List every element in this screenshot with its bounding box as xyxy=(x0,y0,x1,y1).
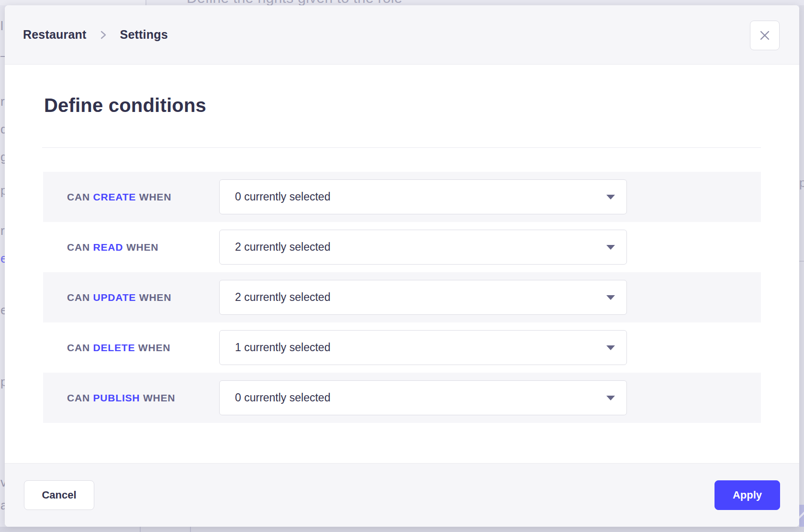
background-top-strip: Define the rights given to the role xyxy=(0,0,804,5)
condition-row-read: CAN READ WHEN 2 currently selected xyxy=(43,222,761,272)
label-suffix: WHEN xyxy=(139,292,171,303)
cancel-button[interactable]: Cancel xyxy=(24,480,94,510)
background-bottom-strip xyxy=(0,527,804,532)
background-text-fragment: ai xyxy=(0,499,5,511)
condition-row-create: CAN CREATE WHEN 0 currently selected xyxy=(43,172,761,222)
background-divider xyxy=(145,0,146,5)
conditions-table: CAN CREATE WHEN 0 currently selected CAN… xyxy=(43,172,761,423)
condition-row-publish: CAN PUBLISH WHEN 0 currently selected xyxy=(43,373,761,423)
caret-down-icon xyxy=(606,195,615,200)
close-icon xyxy=(758,29,771,42)
select-value: 1 currently selected xyxy=(235,341,330,354)
caret-down-icon xyxy=(606,345,615,350)
background-text-fragment: e xyxy=(0,252,5,265)
background-text-fragment: g xyxy=(0,151,5,163)
background-top-left-panel xyxy=(0,0,145,5)
apply-button[interactable]: Apply xyxy=(715,480,780,510)
background-text-fragment: p xyxy=(0,184,5,197)
label-prefix: CAN xyxy=(67,292,90,303)
background-text-fragment: v xyxy=(0,476,5,488)
label-suffix: WHEN xyxy=(138,342,170,353)
read-conditions-select[interactable]: 2 currently selected xyxy=(219,230,627,265)
condition-label: CAN CREATE WHEN xyxy=(43,191,219,203)
select-value: 2 currently selected xyxy=(235,291,330,304)
condition-label: CAN PUBLISH WHEN xyxy=(43,392,219,404)
background-text-fragment: d xyxy=(0,123,5,135)
background-divider xyxy=(140,527,141,532)
define-conditions-modal: Restaurant Settings Define conditio xyxy=(5,5,799,527)
background-text-fragment: p xyxy=(799,177,804,189)
page-title: Define conditions xyxy=(44,95,206,116)
breadcrumb-parent[interactable]: Restaurant xyxy=(23,28,87,42)
label-action: UPDATE xyxy=(93,292,136,303)
background-heading: Define the rights given to the role xyxy=(187,0,402,5)
label-prefix: CAN xyxy=(67,191,90,202)
delete-conditions-select[interactable]: 1 currently selected xyxy=(219,330,627,365)
update-conditions-select[interactable]: 2 currently selected xyxy=(219,280,627,315)
background-text-fragment: p xyxy=(0,376,5,388)
background-right-strip: p xyxy=(799,5,804,527)
breadcrumb: Restaurant Settings xyxy=(23,28,168,42)
condition-row-update: CAN UPDATE WHEN 2 currently selected xyxy=(43,272,761,322)
label-prefix: CAN xyxy=(67,342,90,353)
caret-down-icon xyxy=(606,295,615,300)
select-value: 0 currently selected xyxy=(235,190,330,203)
condition-label: CAN READ WHEN xyxy=(43,242,219,253)
create-conditions-select[interactable]: 0 currently selected xyxy=(219,179,627,214)
label-action: READ xyxy=(93,242,123,253)
breadcrumb-current: Settings xyxy=(120,28,168,42)
publish-conditions-select[interactable]: 0 currently selected xyxy=(219,380,627,415)
close-button[interactable] xyxy=(750,21,780,50)
title-divider xyxy=(42,147,761,148)
background-left-strip: l — r d g p ri e er p v ai xyxy=(0,5,5,527)
background-text-fragment: — xyxy=(0,49,5,62)
condition-row-delete: CAN DELETE WHEN 1 currently selected xyxy=(43,322,761,373)
select-value: 0 currently selected xyxy=(235,391,330,404)
background-text-fragment: l xyxy=(0,20,3,32)
caret-down-icon xyxy=(606,396,615,400)
background-text-fragment: er xyxy=(0,304,5,316)
label-suffix: WHEN xyxy=(139,191,171,202)
background-text-fragment: r xyxy=(0,95,5,108)
condition-label: CAN UPDATE WHEN xyxy=(43,292,219,303)
modal-body: Define conditions CAN CREATE WHEN 0 curr… xyxy=(5,65,799,463)
caret-down-icon xyxy=(606,245,615,250)
background-divider xyxy=(799,261,804,262)
select-value: 2 currently selected xyxy=(235,241,330,254)
label-action: PUBLISH xyxy=(93,392,140,403)
modal-header: Restaurant Settings xyxy=(5,5,799,65)
background-divider xyxy=(190,527,191,532)
label-prefix: CAN xyxy=(67,392,90,403)
label-suffix: WHEN xyxy=(126,242,158,253)
background-edit-icon-fragment xyxy=(799,505,804,527)
label-action: DELETE xyxy=(93,342,135,353)
label-suffix: WHEN xyxy=(143,392,175,403)
chevron-right-icon xyxy=(100,30,107,40)
condition-label: CAN DELETE WHEN xyxy=(43,342,219,354)
label-action: CREATE xyxy=(93,191,136,202)
background-text-fragment: ri xyxy=(0,224,5,237)
label-prefix: CAN xyxy=(67,242,90,253)
modal-footer: Cancel Apply xyxy=(5,463,799,527)
